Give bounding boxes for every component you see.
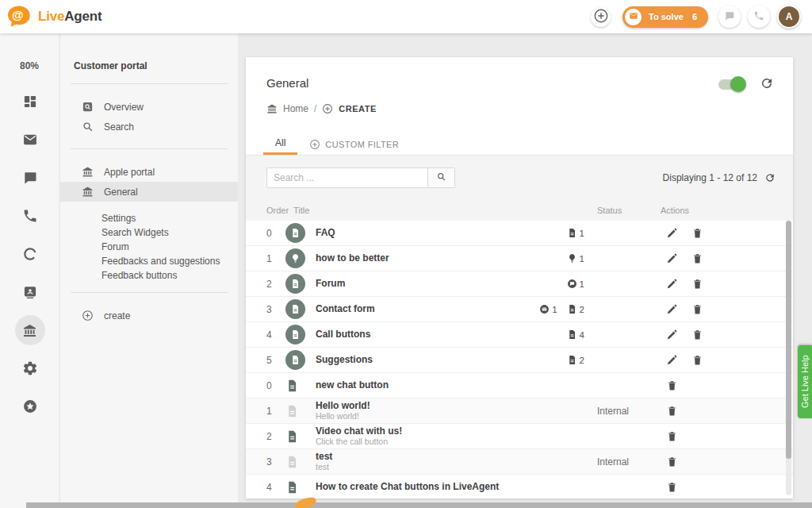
edit-button[interactable]	[666, 252, 678, 264]
delete-button[interactable]	[666, 481, 678, 493]
row-subtitle: Hello world!	[316, 411, 510, 421]
scrollbar-thumb[interactable]	[786, 221, 791, 459]
calls-button[interactable]	[748, 6, 770, 28]
delete-button[interactable]	[691, 278, 703, 290]
row-title: Call buttons	[316, 329, 510, 340]
tab-all[interactable]: All	[263, 133, 297, 155]
refresh-icon[interactable]	[764, 172, 776, 183]
sidebar-item-overview[interactable]: Overview	[60, 97, 238, 117]
rail-item-gear[interactable]	[0, 349, 59, 387]
rail-item-contacts[interactable]	[0, 273, 59, 311]
refresh-icon[interactable]	[760, 76, 774, 90]
rail-item-mail[interactable]	[0, 121, 59, 159]
edit-button[interactable]	[666, 303, 678, 315]
sidebar-item-feedback-buttons[interactable]: Feedback buttons	[60, 268, 238, 283]
row-actions	[661, 329, 761, 341]
table-row[interactable]: 4How to create Chat buttons in LiveAgent	[246, 475, 793, 498]
speech-bubble-logo-icon: @	[6, 5, 35, 29]
liveagent-logo[interactable]: @ LiveAgent	[6, 5, 102, 29]
search-input[interactable]	[266, 167, 428, 188]
portal-status-toggle[interactable]	[718, 79, 744, 90]
chats-button[interactable]	[718, 6, 741, 28]
row-counts: 1	[510, 253, 597, 264]
row-title: Forum	[316, 279, 510, 289]
add-new-button[interactable]	[591, 7, 611, 27]
rail-item-phone[interactable]	[0, 197, 59, 235]
sidebar-item-feedbacks-and-suggestions[interactable]: Feedbacks and suggestions	[60, 254, 238, 268]
table-row[interactable]: 1Hello world!Hello world!Internal	[246, 398, 793, 424]
row-order: 2	[266, 279, 285, 290]
ring-icon	[22, 246, 38, 262]
row-status: Internal	[597, 406, 661, 417]
sidebar-item-search[interactable]: Search	[60, 117, 238, 137]
table-row[interactable]: 0new chat button	[246, 373, 793, 398]
table-row[interactable]: 5Suggestions2	[246, 348, 793, 373]
row-counts: 1	[510, 279, 597, 289]
bank-icon	[82, 186, 94, 198]
delete-button[interactable]	[691, 252, 703, 264]
plus-circle-icon	[309, 139, 320, 150]
document-icon	[285, 350, 305, 370]
zoom-level[interactable]: 80%	[0, 60, 59, 71]
sidebar-item-apple-portal[interactable]: Apple portal	[60, 162, 238, 182]
rail-item-ring[interactable]	[0, 235, 59, 273]
table-row[interactable]: 3Contact form12	[246, 297, 793, 322]
row-actions	[661, 354, 761, 366]
edit-button[interactable]	[666, 329, 678, 341]
to-solve-button[interactable]: To solve 6	[622, 6, 708, 28]
edit-button[interactable]	[666, 354, 678, 366]
table-row[interactable]: 2Video chat with us!Click the call butto…	[246, 424, 793, 449]
breadcrumb-home[interactable]: Home	[283, 103, 308, 114]
user-avatar[interactable]: A	[777, 5, 801, 29]
edit-button[interactable]	[666, 227, 678, 239]
delete-button[interactable]	[666, 405, 678, 417]
chat-icon	[22, 170, 38, 186]
row-title: testtest	[316, 452, 510, 471]
row-actions	[661, 379, 761, 391]
row-title: Video chat with us!Click the call button	[316, 426, 510, 446]
row-counts: 12	[510, 304, 597, 314]
sidebar-item-create[interactable]: create	[60, 306, 238, 325]
get-live-help-button[interactable]: Get Live Help	[798, 345, 812, 418]
bank-icon	[82, 166, 94, 178]
rail-item-star[interactable]	[0, 387, 59, 425]
row-counts: 4	[510, 329, 597, 340]
main-panel: General Home / CREATE All CUSTOM FILTER	[246, 57, 793, 498]
delete-button[interactable]	[691, 354, 703, 366]
table-row[interactable]: 1how to be better1	[246, 246, 793, 271]
table-scrollbar[interactable]	[786, 221, 791, 495]
sidebar-item-settings[interactable]: Settings	[60, 211, 238, 225]
delete-button[interactable]	[666, 379, 678, 391]
bank-icon	[15, 315, 45, 345]
dashboard-icon	[22, 94, 38, 110]
sidebar-item-search-widgets[interactable]: Search Widgets	[60, 225, 238, 240]
lightbulb-icon	[567, 253, 577, 264]
tab-custom-filter[interactable]: CUSTOM FILTER	[297, 133, 411, 155]
table-row[interactable]: 3testtestInternal	[246, 449, 793, 475]
table-row[interactable]: 4Call buttons4	[246, 322, 793, 348]
rail-item-bank[interactable]	[0, 311, 59, 349]
rail-item-chat[interactable]	[0, 159, 59, 197]
search-button[interactable]	[428, 167, 455, 188]
delete-button[interactable]	[691, 227, 703, 239]
sidebar-item-general[interactable]: General	[60, 182, 238, 202]
delete-button[interactable]	[666, 430, 678, 442]
edit-button[interactable]	[666, 278, 678, 290]
document-icon	[567, 355, 577, 365]
breadcrumb-create[interactable]: CREATE	[339, 104, 376, 114]
phone-icon	[22, 208, 38, 224]
column-order: Order	[266, 206, 293, 215]
table-row[interactable]: 0FAQ1	[246, 221, 793, 246]
row-subtitle: Click the call button	[316, 437, 510, 446]
row-actions	[661, 456, 761, 468]
table-body: 0FAQ11how to be better12Forum13Contact f…	[246, 221, 793, 498]
row-title: Hello world!Hello world!	[316, 401, 510, 421]
delete-button[interactable]	[666, 456, 678, 468]
sidebar-item-forum[interactable]: Forum	[60, 240, 238, 254]
table-row[interactable]: 2Forum1	[246, 271, 793, 297]
document-icon	[285, 223, 305, 243]
delete-button[interactable]	[691, 303, 703, 315]
count-badge: 4	[567, 329, 584, 340]
rail-item-dashboard[interactable]	[0, 83, 59, 121]
delete-button[interactable]	[691, 329, 703, 341]
